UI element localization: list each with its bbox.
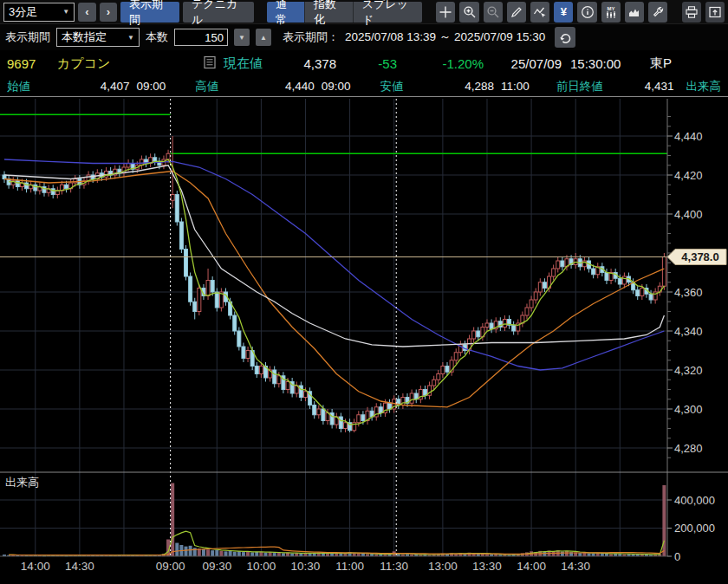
low-time: 11:00 bbox=[501, 80, 544, 93]
svg-text:4,378.0: 4,378.0 bbox=[681, 250, 718, 263]
document-icon[interactable] bbox=[203, 55, 218, 72]
svg-text:10:30: 10:30 bbox=[291, 560, 321, 573]
main-toolbar: 3分足 ▼ ‹ › 表示期間 テクニカル 通常 指数化 スプレッド ¥ MY bbox=[0, 0, 728, 24]
quote-time: 15:30:00 bbox=[570, 56, 633, 71]
svg-text:MY: MY bbox=[607, 6, 614, 11]
svg-text:4,420: 4,420 bbox=[674, 169, 703, 182]
zoom-in-button[interactable] bbox=[459, 2, 478, 23]
crosshair-icon bbox=[439, 5, 452, 19]
open-window-button[interactable] bbox=[705, 2, 725, 23]
range-label: 表示期間： bbox=[283, 29, 339, 45]
count-mode-select[interactable]: 本数指定 ▼ bbox=[56, 28, 140, 47]
ma-mid bbox=[4, 165, 664, 347]
high-label: 高値 bbox=[195, 79, 231, 94]
reset-range-button[interactable] bbox=[555, 27, 575, 48]
count-decrement-button[interactable]: ▼ bbox=[234, 29, 250, 46]
wrench-icon bbox=[651, 5, 665, 19]
crosshair-button[interactable] bbox=[436, 2, 455, 23]
high-time: 09:00 bbox=[322, 80, 365, 93]
mode-normal-button[interactable]: 通常 bbox=[267, 2, 305, 23]
svg-text:09:00: 09:00 bbox=[156, 560, 185, 573]
info-icon bbox=[581, 5, 595, 19]
svg-text:4,320: 4,320 bbox=[674, 364, 703, 377]
interval-select[interactable]: 3分足 ▼ bbox=[3, 3, 75, 22]
svg-text:09:30: 09:30 bbox=[202, 560, 231, 573]
settings-button[interactable] bbox=[648, 2, 667, 23]
bar-count-input[interactable] bbox=[174, 29, 228, 46]
svg-text:14:00: 14:00 bbox=[517, 560, 546, 573]
chevron-down-icon: ▼ bbox=[127, 34, 134, 42]
chart-area[interactable]: 4,4404,4204,4004,3604,3404,3204,3004,280… bbox=[0, 97, 728, 584]
svg-text:4,280: 4,280 bbox=[674, 442, 703, 455]
mode-spread-button[interactable]: スプレッド bbox=[354, 2, 422, 23]
volume-pane-label: 出来高 bbox=[5, 476, 39, 489]
pencil-icon bbox=[510, 5, 523, 19]
ohlc-row: 始値 4,407 09:00 高値 4,440 09:00 安値 4,288 1… bbox=[0, 76, 728, 97]
printer-icon bbox=[685, 5, 699, 19]
technical-button[interactable]: テクニカル bbox=[183, 2, 254, 23]
quote-row: 9697 カプコン 現在値 4,378 -53 -1.20% 25/07/09 … bbox=[0, 50, 728, 76]
svg-text:4,400: 4,400 bbox=[674, 208, 703, 221]
area-chart-button[interactable] bbox=[625, 2, 644, 23]
svg-text:14:30: 14:30 bbox=[561, 560, 590, 573]
svg-text:13:00: 13:00 bbox=[428, 560, 458, 573]
prev-close-lines bbox=[0, 114, 667, 153]
display-period-button[interactable]: 表示期間 bbox=[120, 2, 179, 23]
quote-date: 25/07/09 bbox=[484, 56, 562, 71]
period-controls-row: 表示期間 本数指定 ▼ 本数 ▼ ▲ 表示期間： 2025/07/08 13:3… bbox=[0, 24, 728, 50]
svg-text:11:30: 11:30 bbox=[380, 560, 408, 573]
trend-tool-button[interactable] bbox=[530, 2, 549, 23]
zoom-out-icon bbox=[486, 5, 500, 19]
zoom-out-button[interactable] bbox=[484, 2, 503, 23]
volume-label: 出来高 bbox=[686, 79, 722, 94]
count-mode-value: 本数指定 bbox=[62, 29, 107, 45]
open-label: 始値 bbox=[7, 79, 43, 94]
volume-bars-layer bbox=[3, 483, 666, 557]
svg-text:4,440: 4,440 bbox=[674, 130, 703, 143]
undo-arrow-icon bbox=[558, 30, 572, 44]
candles-layer bbox=[3, 136, 666, 432]
yen-icon: ¥ bbox=[561, 5, 567, 18]
count-label: 本数 bbox=[146, 29, 168, 45]
chart-mode-segment: 通常 指数化 スプレッド bbox=[267, 2, 422, 23]
chevron-down-icon: ▼ bbox=[62, 8, 69, 16]
current-price-value: 4,378 bbox=[284, 56, 336, 71]
price-change-percent: -1.20% bbox=[397, 56, 484, 71]
session-break-lines bbox=[171, 99, 397, 556]
prev-close-label: 前日終値 bbox=[556, 79, 603, 94]
stock-code: 9697 bbox=[7, 56, 57, 71]
candlestick-chart[interactable]: 4,4404,4204,4004,3604,3404,3204,3004,280… bbox=[0, 97, 728, 584]
draw-button[interactable] bbox=[507, 2, 526, 23]
my-chart-button[interactable]: MY bbox=[601, 2, 621, 23]
low-label: 安値 bbox=[380, 79, 417, 94]
low-value: 4,288 bbox=[416, 80, 494, 93]
open-time: 09:00 bbox=[136, 80, 179, 93]
svg-text:4,300: 4,300 bbox=[674, 403, 703, 416]
scroll-right-button[interactable]: › bbox=[100, 3, 117, 22]
prev-close-value: 4,431 bbox=[603, 80, 674, 93]
svg-text:4,360: 4,360 bbox=[674, 286, 703, 299]
ma-long bbox=[4, 172, 664, 407]
svg-text:13:30: 13:30 bbox=[472, 560, 502, 573]
my-chart-icon: MY bbox=[604, 5, 618, 19]
market-name: 東P bbox=[650, 55, 672, 72]
zoom-in-icon bbox=[463, 5, 477, 19]
yen-scale-button[interactable]: ¥ bbox=[554, 2, 573, 23]
open-window-icon bbox=[708, 5, 722, 19]
current-price-label: 現在値 bbox=[224, 55, 284, 72]
current-price-tag: 4,378.0 bbox=[667, 250, 726, 265]
interval-select-value: 3分足 bbox=[9, 4, 37, 20]
svg-text:10:00: 10:00 bbox=[246, 560, 276, 573]
count-increment-button[interactable]: ▲ bbox=[256, 29, 271, 46]
x-axis-labels: 14:0014:3009:0009:3010:0010:3011:0011:30… bbox=[21, 560, 590, 573]
price-change: -53 bbox=[336, 56, 397, 71]
mode-indexed-button[interactable]: 指数化 bbox=[305, 2, 354, 23]
high-value: 4,440 bbox=[231, 80, 315, 93]
svg-text:14:00: 14:00 bbox=[21, 560, 50, 573]
trend-cursor-icon bbox=[533, 5, 547, 19]
pane-divider: 出来高 bbox=[0, 472, 728, 489]
scroll-left-button[interactable]: ‹ bbox=[78, 3, 95, 22]
print-button[interactable] bbox=[682, 2, 701, 23]
info-button[interactable] bbox=[577, 2, 596, 23]
svg-text:400,000: 400,000 bbox=[674, 494, 715, 507]
